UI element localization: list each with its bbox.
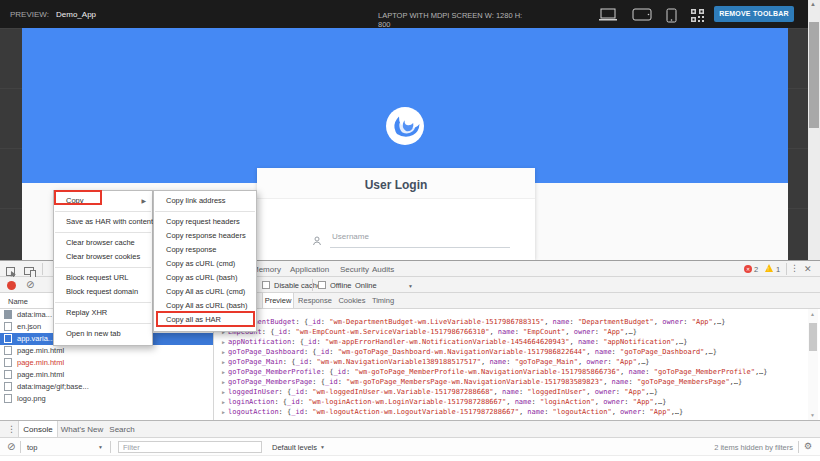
detail-tab-preview[interactable]: Preview — [262, 293, 294, 308]
clear-icon[interactable]: ⊘ — [26, 279, 34, 290]
file-icon — [4, 358, 12, 367]
console-filter-input[interactable] — [118, 441, 262, 453]
menu-separator — [55, 302, 151, 303]
request-row-logo-png[interactable]: logo.png — [0, 393, 213, 405]
file-icon — [4, 322, 12, 331]
menu-item-copy-all-as-har[interactable]: Copy all as HAR — [154, 313, 256, 327]
phone-icon[interactable] — [666, 8, 677, 23]
username-field[interactable] — [330, 226, 510, 248]
log-levels-select[interactable]: Default levels — [272, 443, 317, 452]
warning-count[interactable]: 1 — [776, 265, 780, 274]
close-icon[interactable]: ✕ — [804, 264, 812, 274]
clear-console-icon[interactable]: ⊘ — [7, 441, 15, 452]
request-name: page.min.html — [17, 370, 64, 379]
menu-item-copy-as-curl-bash[interactable]: Copy as cURL (bash) — [154, 271, 256, 285]
file-icon — [4, 370, 12, 379]
pane-scrollbar-thumb[interactable] — [809, 323, 817, 351]
detail-tab-timing[interactable]: Timing — [368, 293, 398, 308]
menu-item-copy-request-headers[interactable]: Copy request headers — [154, 215, 256, 229]
menu-item-copy-link-address[interactable]: Copy link address — [154, 194, 256, 208]
chevron-down-icon[interactable]: ▼ — [408, 283, 413, 289]
preview-line-gotopage-memberspage[interactable]: ▶ goToPage_MembersPage: {_id: "wm-goToPa… — [222, 378, 742, 386]
toolbar-divider — [798, 441, 799, 453]
menu-item-copy-all-as-curl-cmd[interactable]: Copy All as cURL (cmd) — [154, 285, 256, 299]
request-name: en.json — [17, 322, 41, 331]
app-logo — [386, 107, 424, 149]
tab-audits[interactable]: Audits — [372, 265, 394, 274]
console-tab-what-s-new[interactable]: What's New — [60, 421, 104, 437]
qr-code-icon[interactable] — [690, 8, 705, 23]
throttling-select[interactable]: Online — [355, 281, 377, 290]
remove-toolbar-button[interactable]: REMOVE TOOLBAR — [714, 6, 794, 22]
request-name: data:ima... — [17, 310, 52, 319]
menu-item-clear-browser-cookies[interactable]: Clear browser cookies — [54, 250, 152, 264]
menu-item-save-as-har-with-content[interactable]: Save as HAR with content — [54, 215, 152, 229]
toolbar-divider — [42, 263, 43, 275]
request-row-page-min-html[interactable]: page.min.html — [0, 345, 213, 357]
kebab-menu-icon[interactable]: ⋮ — [7, 424, 16, 434]
menu-item-copy-as-curl-cmd[interactable]: Copy as cURL (cmd) — [154, 257, 256, 271]
preview-line-logoutaction[interactable]: ▶ logoutAction: {_id: "wm-logoutAction-w… — [222, 408, 683, 416]
request-name: app.varia... — [17, 334, 54, 343]
tab-application[interactable]: Application — [290, 265, 329, 274]
preview-pane-scrollbar[interactable]: ▲ ▼ — [808, 309, 818, 421]
file-icon — [4, 382, 12, 391]
scroll-down-icon[interactable]: ▼ — [810, 412, 815, 418]
page-scrollbar-thumb[interactable] — [809, 22, 819, 128]
file-icon — [4, 334, 12, 343]
scroll-up-icon[interactable]: ▲ — [810, 1, 816, 7]
request-name: page.min.html — [17, 346, 64, 355]
kebab-menu-icon[interactable]: ⋮ — [790, 263, 799, 273]
console-tab-search[interactable]: Search — [104, 421, 140, 437]
copy-submenu: Copy link addressCopy request headersCop… — [153, 190, 257, 332]
preview-line-loggedinuser[interactable]: ▶ loggedInUser: {_id: "wm-loggedInUser-w… — [222, 388, 658, 396]
menu-item-copy-all-as-curl-bash[interactable]: Copy All as cURL (bash) — [154, 299, 256, 313]
tab-security[interactable]: Security — [340, 265, 369, 274]
file-icon — [4, 310, 12, 319]
scroll-up-icon[interactable]: ▲ — [810, 311, 815, 317]
warning-icon[interactable]: ! — [765, 264, 773, 272]
detail-tab-cookies[interactable]: Cookies — [336, 293, 368, 308]
toolbar-divider — [20, 441, 21, 453]
page-scrollbar[interactable]: ▲ — [808, 0, 820, 260]
error-count[interactable]: 2 — [754, 265, 758, 274]
menu-item-copy-response-headers[interactable]: Copy response headers — [154, 229, 256, 243]
menu-separator — [55, 267, 151, 268]
file-icon — [4, 346, 12, 355]
preview-line-departmentbudget[interactable]: ▶ DepartmentBudget: {_id: "wm-Department… — [222, 318, 725, 326]
menu-item-open-in-new-tab[interactable]: Open in new tab — [54, 327, 152, 341]
preview-line-gotopage-memberprofile[interactable]: ▶ goToPage_MemberProfile: {_id: "wm-goTo… — [222, 368, 768, 376]
preview-toolbar: PREVIEW: Demo_App LAPTOP WITH MDPI SCREE… — [0, 0, 808, 28]
request-row-page-min-html[interactable]: page.min.html — [0, 369, 213, 381]
context-select[interactable]: top — [27, 443, 37, 452]
preview-line-gotopage-dashboard[interactable]: ▶ goToPage_Dashboard: {_id: "wm-goToPage… — [222, 348, 717, 356]
chevron-down-icon[interactable]: ▼ — [98, 444, 103, 450]
error-icon[interactable]: ✕ — [744, 265, 752, 273]
request-row-data-image-gif-base[interactable]: data:image/gif;base... — [0, 381, 213, 393]
menu-item-block-request-domain[interactable]: Block request domain — [54, 285, 152, 299]
menu-item-replay-xhr[interactable]: Replay XHR — [54, 306, 152, 320]
preview-line-loginaction[interactable]: ▶ loginAction: {_id: "wm-loginAction-wm.… — [222, 398, 666, 406]
chevron-down-icon[interactable]: ▼ — [320, 444, 325, 450]
disable-cache-checkbox[interactable] — [262, 281, 270, 289]
gear-icon[interactable]: ⚙ — [804, 441, 812, 451]
record-icon[interactable] — [7, 281, 16, 290]
detail-tab-response[interactable]: Response — [294, 293, 336, 308]
console-tab-console[interactable]: Console — [18, 421, 58, 437]
preview-label: PREVIEW: — [10, 10, 49, 19]
menu-item-copy[interactable]: Copy▶ — [54, 194, 152, 208]
screenshot-stage: PREVIEW: Demo_App LAPTOP WITH MDPI SCREE… — [0, 0, 820, 461]
laptop-icon[interactable] — [598, 8, 618, 21]
login-card: User Login — [257, 168, 535, 260]
preview-line-gotopage-main[interactable]: ▶ goToPage_Main: {_id: "wm-wm.Navigation… — [222, 358, 650, 366]
menu-item-clear-browser-cache[interactable]: Clear browser cache — [54, 236, 152, 250]
tablet-icon[interactable] — [632, 8, 652, 21]
request-row-page-min-html[interactable]: page.min.html — [0, 357, 213, 369]
app-name: Demo_App — [56, 10, 96, 19]
preview-line-appnotification[interactable]: ▶ appNotification: {_id: "wm-appErrorHan… — [222, 338, 687, 346]
menu-item-block-request-url[interactable]: Block request URL — [54, 271, 152, 285]
preview-line-empcount[interactable]: ▶ EmpCount: {_id: "wm-EmpCount-wm.Servic… — [222, 328, 637, 336]
menu-item-copy-response[interactable]: Copy response — [154, 243, 256, 257]
login-card-title: User Login — [257, 168, 535, 199]
offline-checkbox[interactable] — [318, 281, 326, 289]
